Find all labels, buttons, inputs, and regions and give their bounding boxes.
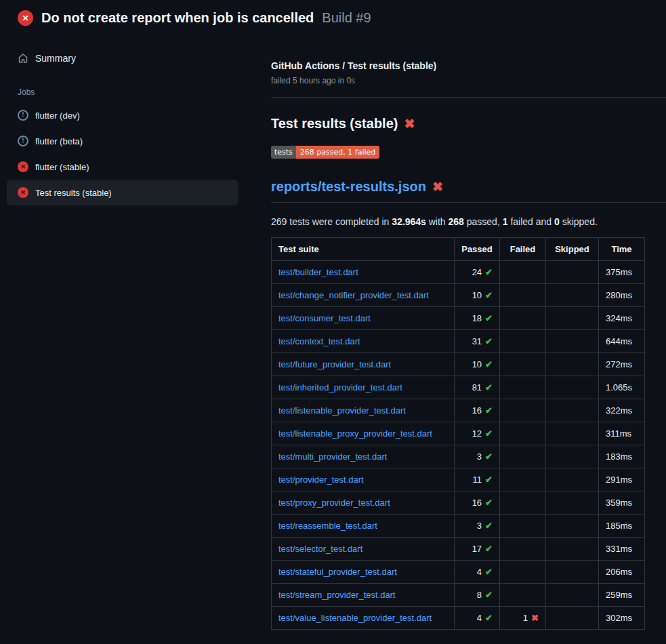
- suite-link[interactable]: test/consumer_test.dart: [278, 313, 371, 323]
- suite-link[interactable]: test/multi_provider_test.dart: [278, 451, 387, 462]
- suite-link[interactable]: test/value_listenable_provider_test.dart: [278, 613, 432, 623]
- suite-link[interactable]: test/context_test.dart: [278, 336, 360, 346]
- sidebar-job-item[interactable]: Test results (stable): [7, 180, 238, 205]
- skipped-cell: [546, 330, 599, 353]
- table-row: test/stream_provider_test.dart 8✔ ✖ 259m…: [272, 584, 645, 607]
- breadcrumb: GitHub Actions / Test results (stable): [271, 60, 666, 71]
- job-label: flutter (beta): [35, 136, 83, 146]
- test-summary: 269 tests were completed in 32.964s with…: [271, 216, 666, 227]
- skipped-cell: [546, 376, 599, 399]
- skipped-cell: [546, 561, 599, 584]
- passed-cell: 16✔: [455, 399, 500, 422]
- suite-link[interactable]: test/provider_test.dart: [278, 475, 364, 485]
- suite-link[interactable]: test/proxy_provider_test.dart: [278, 498, 390, 508]
- time-cell: 206ms: [599, 561, 645, 584]
- passed-count: 16: [472, 498, 482, 508]
- suite-link[interactable]: test/reassemble_test.dart: [278, 521, 377, 531]
- passed-cell: 11✔: [455, 468, 500, 491]
- check-icon: ✔: [485, 290, 493, 300]
- suite-link[interactable]: test/inherited_provider_test.dart: [278, 382, 402, 393]
- skipped-cell: [546, 491, 599, 515]
- time-cell: 1.065s: [599, 376, 645, 399]
- suite-link[interactable]: test/change_notifier_provider_test.dart: [278, 290, 429, 300]
- summary-duration: 32.964s: [392, 216, 426, 227]
- check-icon: ✔: [485, 498, 493, 508]
- time-value: 331ms: [606, 544, 632, 554]
- table-row: test/consumer_test.dart 18✔ ✖ 324ms: [272, 307, 645, 330]
- passed-cell: 10✔: [455, 284, 500, 307]
- skipped-cell: [546, 307, 599, 330]
- passed-count: 4: [477, 567, 482, 577]
- skipped-cell: [546, 399, 599, 422]
- main-content: GitHub Actions / Test results (stable) f…: [271, 35, 666, 630]
- suite-cell: test/context_test.dart: [272, 330, 455, 353]
- suite-cell: test/inherited_provider_test.dart: [272, 376, 455, 399]
- time-value: 311ms: [606, 428, 631, 439]
- check-icon: ✔: [485, 267, 493, 277]
- table-row: test/context_test.dart 31✔ ✖ 644ms: [272, 330, 645, 353]
- time-cell: 291ms: [599, 468, 645, 491]
- failed-cell: ✖: [500, 584, 546, 607]
- sidebar-job-item[interactable]: flutter (dev): [7, 102, 238, 128]
- passed-count: 10: [472, 359, 482, 369]
- passed-count: 18: [472, 313, 482, 323]
- table-row: test/change_notifier_provider_test.dart …: [272, 284, 645, 307]
- failed-cell: ✖: [500, 353, 546, 376]
- passed-count: 81: [472, 382, 482, 393]
- suite-cell: test/stream_provider_test.dart: [272, 584, 455, 607]
- sidebar-job-item[interactable]: flutter (beta): [7, 128, 238, 154]
- failed-cell: ✖: [500, 399, 546, 422]
- summary-text: 269 tests were completed in: [271, 216, 392, 227]
- time-value: 359ms: [606, 498, 632, 508]
- passed-count: 12: [472, 428, 482, 439]
- jobs-heading: Jobs: [18, 87, 238, 97]
- badge-value: 268 passed, 1 failed: [296, 146, 379, 159]
- failed-cell: ✖: [500, 284, 546, 307]
- suite-link[interactable]: test/selector_test.dart: [278, 544, 362, 554]
- jobs-list: flutter (dev) flutter (beta) flutter (st…: [7, 102, 238, 205]
- build-number: Build #9: [322, 10, 371, 26]
- passed-count: 3: [477, 521, 482, 531]
- report-link[interactable]: reports/test-results.json: [271, 179, 426, 195]
- table-header: Test suite Passed Failed Skipped Time: [272, 238, 645, 261]
- passed-cell: 12✔: [455, 422, 500, 445]
- suite-link[interactable]: test/builder_test.dart: [278, 267, 358, 277]
- skipped-cell: [546, 584, 599, 607]
- time-value: 272ms: [606, 359, 632, 369]
- table-row: test/multi_provider_test.dart 3✔ ✖ 183ms: [272, 445, 645, 468]
- job-status-icon: [18, 161, 28, 172]
- skipped-cell: [546, 261, 599, 284]
- col-header-passed: Passed: [455, 238, 500, 261]
- passed-count: 11: [473, 475, 482, 485]
- passed-cell: 4✔: [455, 607, 500, 630]
- failed-cell: ✖: [500, 445, 546, 468]
- failed-cell: ✖: [500, 422, 546, 445]
- sidebar-job-item[interactable]: flutter (stable): [7, 154, 238, 180]
- time-cell: 272ms: [599, 353, 645, 376]
- job-label: flutter (stable): [35, 162, 89, 172]
- suite-link[interactable]: test/stateful_provider_test.dart: [278, 567, 397, 577]
- suite-cell: test/provider_test.dart: [272, 468, 455, 491]
- results-table: Test suite Passed Failed Skipped Time te…: [271, 237, 645, 630]
- suite-cell: test/consumer_test.dart: [272, 307, 455, 330]
- table-row: test/reassemble_test.dart 3✔ ✖ 185ms: [272, 515, 645, 538]
- suite-link[interactable]: test/listenable_provider_test.dart: [278, 405, 406, 416]
- passed-cell: 17✔: [455, 538, 500, 561]
- suite-cell: test/change_notifier_provider_test.dart: [272, 284, 455, 307]
- check-icon: ✔: [485, 613, 493, 623]
- suite-link[interactable]: test/future_provider_test.dart: [278, 359, 391, 369]
- time-cell: 375ms: [599, 261, 645, 284]
- suite-link[interactable]: test/stream_provider_test.dart: [278, 590, 396, 600]
- report-failed-x-icon: ✖: [432, 180, 443, 193]
- sidebar-item-summary[interactable]: Summary: [7, 47, 238, 70]
- time-cell: 302ms: [599, 607, 645, 630]
- table-body: test/builder_test.dart 24✔ ✖ 375ms test/…: [272, 261, 645, 630]
- run-meta: failed 5 hours ago in 0s: [271, 76, 666, 85]
- suite-cell: test/builder_test.dart: [272, 261, 455, 284]
- job-status-icon: [18, 110, 28, 121]
- job-status-icon: [18, 136, 28, 146]
- col-header-test-suite: Test suite: [272, 238, 455, 261]
- suite-link[interactable]: test/listenable_proxy_provider_test.dart: [278, 428, 432, 439]
- check-icon: ✔: [485, 544, 493, 554]
- passed-cell: 4✔: [455, 561, 500, 584]
